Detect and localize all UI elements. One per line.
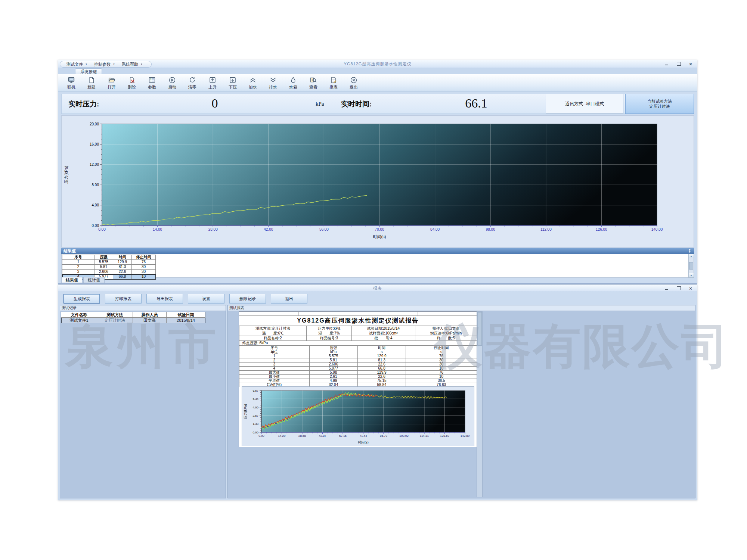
records-table: 文件名称测试方法操作人员试验日期测试文件1定压计时法田文高2015/8/14 xyxy=(61,312,205,323)
toolbar-button-press[interactable]: 下压 xyxy=(223,75,243,91)
menu-system-help[interactable]: 系统帮助 ▼ xyxy=(118,62,146,67)
results-panel-header: 结果值 xyxy=(61,248,694,254)
minimize-icon[interactable] xyxy=(664,286,669,291)
svg-text:14.00: 14.00 xyxy=(153,227,162,231)
svg-text:5.34: 5.34 xyxy=(252,397,258,401)
maximize-icon[interactable] xyxy=(676,286,681,291)
toolbar-button-new[interactable]: 新建 xyxy=(81,75,102,91)
view-icon xyxy=(309,76,317,84)
drain-icon xyxy=(269,76,277,84)
reset-icon xyxy=(188,76,196,84)
main-window-controls: × xyxy=(664,61,693,66)
toolbar-button-raise[interactable]: 上升 xyxy=(202,75,223,91)
report-data-row: 32.60622.630 xyxy=(239,363,477,367)
svg-text:时间(s): 时间(s) xyxy=(373,234,386,239)
svg-text:0.00: 0.00 xyxy=(98,227,106,231)
export-report-button[interactable]: 导出报表 xyxy=(146,294,183,304)
report-panels: 测试记录 文件名称测试方法操作人员试验日期测试文件1定压计时法田文高2015/8… xyxy=(60,305,695,498)
tab-system-keys[interactable]: 系统按键 xyxy=(75,68,102,75)
new-icon xyxy=(87,76,96,84)
menu-test-file[interactable]: 测试文件 ▼ xyxy=(63,62,91,67)
toolbar-button-view[interactable]: 查看 xyxy=(303,75,323,91)
report-info-row: 样品名称:2样品编号:3批 号:4样 数:5 xyxy=(239,336,477,341)
toolbar-button-exit[interactable]: 退出 xyxy=(344,75,364,91)
current-method-button[interactable]: 当前试验方法 定压计时法 xyxy=(625,94,694,114)
column-header: 停止时间 xyxy=(132,255,156,260)
toolbar-button-start[interactable]: 启动 xyxy=(162,75,182,91)
maximize-icon[interactable] xyxy=(676,61,681,66)
report-data-row: 15.575129.976 xyxy=(239,354,477,358)
svg-text:12.00: 12.00 xyxy=(90,162,99,167)
exit-button[interactable]: 退出 xyxy=(271,294,307,304)
generate-report-button[interactable]: 生成报表 xyxy=(63,294,100,304)
comm-mode-indicator: 通讯方式--串口模式 xyxy=(546,94,623,114)
svg-text:98.00: 98.00 xyxy=(486,227,495,231)
chevron-down-icon: ▼ xyxy=(140,63,143,65)
tab-results-values[interactable]: 结果值 xyxy=(61,277,83,283)
test-report-panel: 测试报表 YG812G高压伺服渗水性测定仪测试报告 测试方法:定压计时法压力单位… xyxy=(227,305,695,498)
connect-icon xyxy=(67,76,75,84)
report-chart-frame: 0.0014.2928.5842.8757.1671.4485.73100.02… xyxy=(242,386,474,446)
svg-text:142.89: 142.89 xyxy=(461,434,470,438)
scroll-down-icon[interactable]: ▼ xyxy=(689,273,694,277)
report-info-table: 测试方法:定压计时法压力单位:kPa试验日期:2015/8/14操作人员:田文高… xyxy=(239,326,477,346)
column-header: 操作人员 xyxy=(133,312,167,318)
result-row[interactable]: 15.575129.976 xyxy=(62,260,156,265)
close-icon[interactable]: × xyxy=(688,61,693,66)
results-scrollbar[interactable]: ▲ ▼ xyxy=(688,254,694,278)
toolbar-button-tank[interactable]: 水箱 xyxy=(283,75,303,91)
svg-text:压力(kPa): 压力(kPa) xyxy=(244,404,247,419)
delete-record-button[interactable]: 删除记录 xyxy=(229,294,266,304)
status-strip: 实时压力: 0 kPa 实时时间: 66.1 s 通讯方式--串口模式 当前试验… xyxy=(61,94,694,114)
svg-text:100.02: 100.02 xyxy=(399,434,409,438)
svg-text:42.00: 42.00 xyxy=(264,227,273,231)
realtime-pressure-label: 实时压力: xyxy=(68,99,99,109)
report-data-table: 序号压强时间停止时间单位kPass15.575129.97625.8181.33… xyxy=(239,346,477,387)
pressure-unit: kPa xyxy=(316,101,324,107)
pin-icon[interactable] xyxy=(688,249,692,253)
column-header: 测试方法 xyxy=(97,312,133,318)
main-titlebar: YG812G型高压伺服渗水性测定仪 测试文件 ▼ 控制参数 ▼ 系统帮助 ▼ × xyxy=(58,60,697,68)
toolbar-button-params[interactable]: 参数 xyxy=(142,75,162,91)
report-title: YG812G高压伺服渗水性测定仪测试报告 xyxy=(239,316,477,326)
toolbar-button-report[interactable]: 报表 xyxy=(323,75,344,91)
scroll-thumb[interactable] xyxy=(689,262,693,270)
report-info-row: 终点压强: 6kPa xyxy=(239,341,477,346)
minimize-icon[interactable] xyxy=(664,61,669,66)
toolbar-button-connect[interactable]: 联机 xyxy=(61,75,81,91)
report-window: 报表 × 生成报表 打印报表 导出报表 设置 删除记录 退出 测试记录 文件名称… xyxy=(58,284,697,500)
svg-text:57.16: 57.16 xyxy=(339,434,347,438)
toolbar-button-open[interactable]: 打开 xyxy=(102,75,122,91)
delete-icon xyxy=(128,76,136,84)
svg-text:14.29: 14.29 xyxy=(278,434,286,438)
column-header: 序号 xyxy=(62,255,94,260)
svg-text:20.00: 20.00 xyxy=(90,122,99,126)
toolbar-button-drain[interactable]: 排水 xyxy=(263,75,283,91)
realtime-time-label: 实时时间: xyxy=(341,99,372,109)
exit-icon xyxy=(350,76,358,84)
add-water-icon xyxy=(249,76,257,84)
main-chart: 0.0014.0028.0042.0056.0070.0084.0098.001… xyxy=(62,116,694,246)
svg-text:1.33: 1.33 xyxy=(252,422,258,426)
toolbar-button-add-water[interactable]: 加水 xyxy=(243,75,263,91)
svg-text:0.00: 0.00 xyxy=(258,434,264,438)
tab-statistics-values[interactable]: 统计值 xyxy=(83,277,105,283)
report-data-row: 25.8181.330 xyxy=(239,358,477,363)
toolbar-button-reset[interactable]: 清零 xyxy=(182,75,202,91)
result-row[interactable]: 32.60622.630 xyxy=(62,270,156,274)
toolbar-button-delete[interactable]: 删除 xyxy=(122,75,142,91)
record-row[interactable]: 测试文件1定压计时法田文高2015/8/14 xyxy=(61,318,205,323)
settings-button[interactable]: 设置 xyxy=(188,294,224,304)
result-row[interactable]: 25.8181.330 xyxy=(62,265,156,270)
menu-control-params[interactable]: 控制参数 ▼ xyxy=(91,62,118,67)
report-panel-label: 测试报表 xyxy=(228,305,695,311)
report-data-row: 单位kPass xyxy=(239,350,477,354)
report-scrollbar[interactable] xyxy=(477,311,483,497)
toolbar: 联机新建打开删除参数启动清零上升下压加水排水水箱查看报表退出 xyxy=(58,74,697,92)
svg-text:140.00: 140.00 xyxy=(651,227,663,231)
close-icon[interactable]: × xyxy=(688,286,693,291)
scroll-up-icon[interactable]: ▲ xyxy=(689,254,694,258)
report-data-row: 最小值2.6122.610 xyxy=(239,375,477,379)
scroll-thumb[interactable] xyxy=(477,312,482,346)
print-report-button[interactable]: 打印报表 xyxy=(105,294,142,304)
